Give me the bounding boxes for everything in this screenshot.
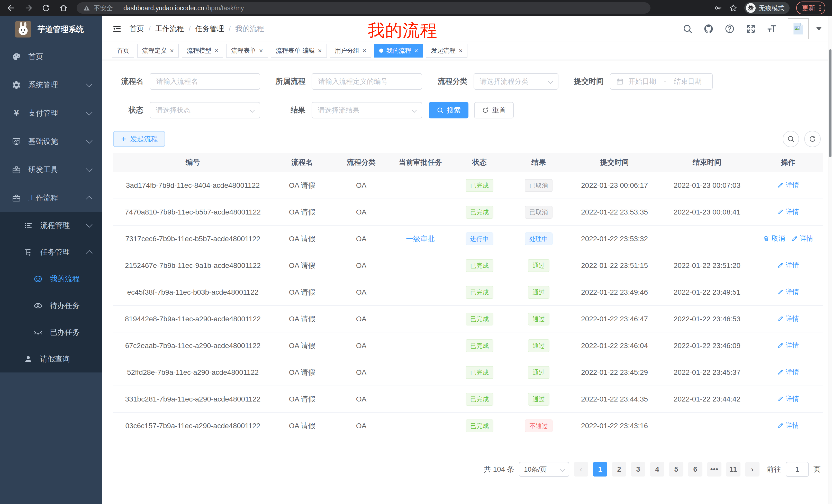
font-size-icon[interactable] [767,24,777,34]
cancel-button[interactable]: 取消 [763,234,785,243]
reset-button[interactable]: 重置 [474,102,514,118]
breadcrumb-item[interactable]: 工作流程 [155,24,184,34]
sidebar-item-label: 我的流程 [50,274,80,284]
fullscreen-icon[interactable] [746,24,756,34]
table-search-button[interactable] [783,131,799,147]
breadcrumb-item: 我的流程 [235,24,264,34]
detail-button[interactable]: 详情 [777,261,799,270]
update-button[interactable]: 更新 [796,2,825,15]
cell-status: 已完成 [450,199,509,226]
page-size-select[interactable]: 10条/页 [519,462,569,477]
github-icon[interactable] [703,24,714,34]
result-badge: 已取消 [525,179,552,192]
sidebar-item-infrastructure[interactable]: 基础设施 [0,128,102,156]
sidebar-item-done-tasks[interactable]: 已办任务 [0,319,102,346]
close-icon[interactable]: × [170,47,174,54]
more-pages-button[interactable]: ••• [707,462,722,477]
detail-button[interactable]: 详情 [791,234,813,243]
submit-time-range[interactable]: 开始日期 - 结束日期 [610,73,713,90]
detail-button[interactable]: 详情 [777,394,799,403]
page-button-11[interactable]: 11 [726,462,740,477]
detail-button[interactable]: 详情 [777,180,799,190]
cell-process-category: OA [332,386,391,413]
table-row: 7317cec6-7b9b-11ec-b5b7-acde48001122OA 请… [113,226,823,252]
tab-process-definition[interactable]: 流程定义× [137,44,179,58]
address-bar[interactable]: 不安全 dashboard.yudao.iocoder.cn/bpm/task/… [77,2,650,13]
password-key-icon[interactable] [713,4,722,12]
page-button-6[interactable]: 6 [688,462,702,477]
bookmark-star-icon[interactable] [729,4,738,12]
home-icon[interactable] [59,4,68,12]
close-icon[interactable]: × [459,47,463,54]
close-icon[interactable]: × [259,47,263,54]
avatar[interactable] [788,18,809,39]
edit-icon [777,395,784,402]
detail-button[interactable]: 详情 [777,421,799,430]
process-category-select[interactable]: 请选择流程分类 [474,73,558,90]
scrollbar-track[interactable] [828,16,832,504]
goto-page-input[interactable] [786,462,809,477]
scrollbar-thumb[interactable] [829,49,831,157]
status-select[interactable]: 请选择状态 [150,102,260,118]
tab-process-model[interactable]: 流程模型× [182,44,223,58]
close-icon[interactable]: × [414,47,418,54]
reload-icon[interactable] [42,4,50,12]
help-icon[interactable] [725,24,735,34]
close-icon[interactable]: × [318,47,322,54]
close-icon[interactable]: × [363,47,366,54]
detail-button[interactable]: 详情 [777,287,799,297]
chevron-down-icon[interactable] [816,27,822,31]
next-page-button[interactable]: › [745,462,759,477]
tab-home[interactable]: 首页 [112,44,134,58]
sidebar-item-my-process[interactable]: 我的流程 [0,265,102,292]
sidebar: 芋道管理系统 首页系统管理¥支付管理基础设施研发工具工作流程流程管理任务管理我的… [0,16,102,504]
tab-process-form[interactable]: 流程表单× [226,44,268,58]
cell-submit-time: 2022-01-22 23:44:35 [568,386,661,413]
detail-button[interactable]: 详情 [777,368,799,376]
page-button-2[interactable]: 2 [612,462,626,477]
sidebar-item-todo-tasks[interactable]: 待办任务 [0,292,102,319]
sidebar-item-workflow[interactable]: 工作流程 [0,184,102,212]
forward-icon[interactable] [24,4,33,12]
current-task-link[interactable]: 一级审批 [406,235,435,243]
close-icon[interactable]: × [214,47,218,54]
result-select[interactable]: 请选择流结果 [312,102,422,118]
sidebar-item-process-management[interactable]: 流程管理 [0,212,102,239]
process-definition-input[interactable] [318,77,416,86]
sidebar-item-dev-tools[interactable]: 研发工具 [0,156,102,184]
back-icon[interactable] [7,4,16,12]
page-button-4[interactable]: 4 [650,462,665,477]
security-label[interactable]: 不安全 [94,4,113,12]
sidebar-item-task-management[interactable]: 任务管理 [0,239,102,265]
cell-process-category: OA [332,279,391,306]
tab-start-process[interactable]: 发起流程× [426,44,467,58]
end-date-placeholder[interactable]: 结束日期 [674,77,702,86]
detail-button[interactable]: 详情 [777,341,799,350]
breadcrumb-item[interactable]: 任务管理 [196,24,224,34]
tab-my-process[interactable]: 我的流程× [374,44,423,58]
sidebar-logo-row[interactable]: 芋道管理系统 [0,16,102,43]
sidebar-item-payment-management[interactable]: ¥支付管理 [0,99,102,128]
sidebar-item-system-management[interactable]: 系统管理 [0,71,102,99]
search-icon[interactable] [682,24,693,34]
page-button-3[interactable]: 3 [631,462,645,477]
tab-process-form-edit[interactable]: 流程表单-编辑× [271,44,327,58]
sidebar-item-leave-query[interactable]: 请假查询 [0,346,102,372]
detail-button[interactable]: 详情 [777,207,799,216]
search-button[interactable]: 搜索 [429,102,468,118]
tab-user-group[interactable]: 用户分组× [330,44,371,58]
page-button-5[interactable]: 5 [669,462,683,477]
detail-button[interactable]: 详情 [777,314,799,323]
process-name-input[interactable] [156,77,254,86]
start-date-placeholder[interactable]: 开始日期 [628,77,656,86]
prev-page-button[interactable]: ‹ [574,462,588,477]
more-menu-icon[interactable] [820,5,821,11]
page-button-1[interactable]: 1 [593,462,607,477]
start-process-button[interactable]: 发起流程 [113,131,165,147]
table-refresh-button[interactable] [804,131,821,147]
cell-submit-time: 2022-01-22 23:49:46 [568,279,661,306]
breadcrumb-item[interactable]: 首页 [130,24,144,34]
sidebar-item-home[interactable]: 首页 [0,43,102,71]
incognito-badge: 无痕模式 [744,2,789,14]
hamburger-icon[interactable] [112,24,122,34]
